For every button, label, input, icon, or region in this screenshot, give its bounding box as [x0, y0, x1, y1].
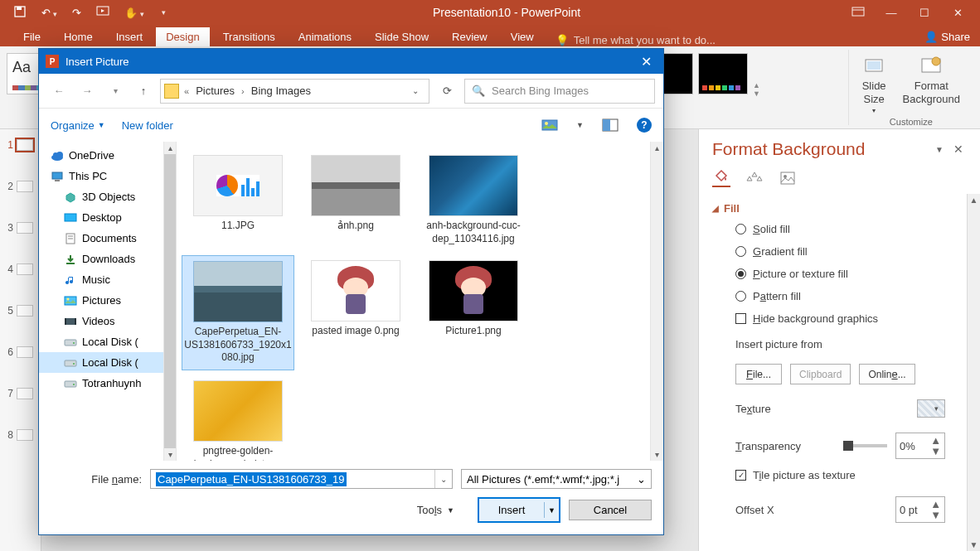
crumb-dropdown-icon[interactable]: ⌄: [405, 86, 425, 95]
tree-scrollbar[interactable]: ▴▾: [163, 142, 177, 461]
tell-me-search[interactable]: 💡Tell me what you want to do...: [555, 34, 716, 46]
dialog-close-icon[interactable]: ✕: [636, 54, 657, 70]
share-button[interactable]: 👤Share: [915, 27, 980, 46]
tree-downloads[interactable]: Downloads: [39, 249, 163, 269]
picture-fill-radio[interactable]: Picture or texture fill: [735, 268, 945, 280]
format-background-button[interactable]: Format Background: [898, 53, 965, 117]
file-filter-dropdown[interactable]: All Pictures (*.emf;*.wmf;*.jpg;*.j⌄: [461, 469, 652, 489]
tab-slideshow[interactable]: Slide Show: [365, 27, 439, 46]
nav-recent-icon[interactable]: ▾: [104, 80, 127, 103]
tree-videos[interactable]: Videos: [39, 311, 163, 331]
tab-review[interactable]: Review: [442, 27, 497, 46]
slide-thumb-6[interactable]: 6: [0, 345, 41, 360]
touch-mode-icon[interactable]: ✋▾: [124, 7, 144, 19]
tab-transitions[interactable]: Transitions: [213, 27, 285, 46]
preview-pane-icon[interactable]: [600, 117, 620, 133]
maximize-icon[interactable]: ☐: [914, 7, 935, 19]
view-mode-dropdown-icon[interactable]: ▼: [576, 121, 584, 129]
tab-insert[interactable]: Insert: [106, 27, 153, 46]
close-icon[interactable]: ✕: [947, 7, 968, 19]
effects-tab-icon[interactable]: [745, 169, 764, 187]
texture-picker[interactable]: [917, 399, 945, 418]
slide-thumb-1[interactable]: 1: [0, 138, 41, 152]
slide-thumb-2[interactable]: 2: [0, 179, 41, 194]
files-scrollbar[interactable]: ▴▾: [650, 142, 663, 461]
file-item[interactable]: Picture1.png: [417, 255, 530, 370]
file-grid[interactable]: 11.JPGảnh.pnganh-background-cuc-dep_1103…: [177, 142, 650, 461]
pattern-fill-radio[interactable]: Pattern fill: [735, 290, 945, 302]
minimize-icon[interactable]: ―: [881, 7, 902, 19]
tile-checkbox[interactable]: ✓Tile picture as texture: [735, 469, 945, 481]
vids-icon: [64, 316, 77, 327]
tree-local-disk-[interactable]: Local Disk (: [39, 352, 163, 373]
breadcrumb[interactable]: « Pictures › Bing Images ⌄: [160, 79, 429, 104]
pane-close-icon[interactable]: ✕: [950, 141, 967, 157]
file-item[interactable]: pngtree-golden-background-picture-image_…: [182, 375, 294, 461]
file-item[interactable]: 11.JPG: [182, 150, 294, 250]
fill-tab-icon[interactable]: [712, 169, 730, 187]
nav-up-icon[interactable]: ↑: [132, 80, 155, 103]
pane-options-icon[interactable]: ▼: [935, 145, 944, 154]
slide-thumb-4[interactable]: 4: [0, 262, 41, 277]
nav-back-icon[interactable]: ←: [47, 80, 70, 103]
redo-icon[interactable]: ↷: [72, 7, 81, 19]
file-item[interactable]: anh-background-cuc-dep_11034116.jpg: [417, 150, 530, 250]
file-item[interactable]: ảnh.png: [299, 150, 412, 250]
svg-rect-32: [65, 360, 76, 366]
transparency-value[interactable]: 0%▲▼: [895, 433, 945, 459]
transparency-slider[interactable]: [843, 444, 887, 447]
hide-bg-checkbox[interactable]: Hide background graphics: [735, 312, 945, 325]
start-slideshow-icon[interactable]: [96, 5, 109, 21]
slide-size-button[interactable]: Slide Size▾: [857, 53, 891, 117]
fill-section-header[interactable]: ◢Fill: [712, 197, 953, 220]
tab-animations[interactable]: Animations: [289, 27, 361, 46]
insert-split-icon[interactable]: ▼: [544, 502, 559, 518]
tree-music[interactable]: Music: [39, 269, 163, 290]
tools-dropdown[interactable]: Tools▼: [417, 504, 454, 516]
tab-home[interactable]: Home: [54, 27, 103, 46]
dialog-titlebar[interactable]: P Insert Picture ✕: [39, 49, 663, 74]
slide-thumb-5[interactable]: 5: [0, 303, 41, 318]
pane-scrollbar[interactable]: ▲▼: [967, 194, 980, 551]
tree-onedrive[interactable]: OneDrive: [39, 145, 163, 166]
variants-more-icon[interactable]: ▲▼: [753, 53, 760, 125]
tree-desktop[interactable]: Desktop: [39, 207, 163, 228]
tree-local-disk-[interactable]: Local Disk (: [39, 331, 163, 352]
file-button[interactable]: File...: [735, 364, 782, 384]
slide-thumb-7[interactable]: 7: [0, 386, 41, 401]
tab-view[interactable]: View: [501, 27, 544, 46]
picture-tab-icon[interactable]: [779, 169, 797, 187]
slide-thumb-3[interactable]: 3: [0, 220, 41, 235]
cancel-button[interactable]: Cancel: [569, 500, 652, 520]
view-mode-icon[interactable]: [540, 117, 560, 133]
tree-totranhuynh[interactable]: Totranhuynh: [39, 373, 163, 394]
solid-fill-radio[interactable]: Solid fill: [735, 223, 945, 235]
undo-icon[interactable]: ↶▾: [41, 7, 57, 19]
tree-documents[interactable]: Documents: [39, 228, 163, 249]
tree-this-pc[interactable]: This PC: [39, 166, 163, 186]
insert-button[interactable]: Insert▼: [478, 497, 560, 523]
refresh-icon[interactable]: ⟳: [434, 79, 459, 104]
crumb-pictures[interactable]: Pictures: [191, 85, 240, 97]
tab-design[interactable]: Design: [156, 27, 209, 46]
tree-3d-objects[interactable]: 3D Objects: [39, 186, 163, 207]
svg-rect-28: [65, 318, 66, 325]
ribbon-options-icon[interactable]: [847, 7, 869, 19]
new-folder-button[interactable]: New folder: [122, 119, 173, 132]
tree-pictures[interactable]: Pictures: [39, 290, 163, 311]
qat-customize-icon[interactable]: ▾: [162, 8, 166, 17]
search-input[interactable]: 🔍 Search Bing Images: [464, 79, 655, 104]
slide-thumb-8[interactable]: 8: [0, 428, 41, 442]
organize-button[interactable]: Organize▼: [51, 119, 105, 132]
gradient-fill-radio[interactable]: Gradient fill: [735, 245, 945, 258]
variant-2[interactable]: [698, 53, 748, 94]
crumb-bing[interactable]: Bing Images: [246, 85, 316, 97]
tab-file[interactable]: File: [13, 27, 51, 46]
file-item[interactable]: CapePerpetua_EN-US1381606733_1920x1080.j…: [182, 255, 294, 370]
save-icon[interactable]: [13, 5, 27, 21]
online-button[interactable]: Online...: [859, 364, 915, 384]
help-icon[interactable]: ?: [637, 118, 652, 133]
filename-input[interactable]: CapePerpetua_EN-US1381606733_19⌄: [150, 469, 453, 489]
file-item[interactable]: pasted image 0.png: [299, 255, 412, 370]
offsetx-value[interactable]: 0 pt▲▼: [895, 496, 945, 523]
